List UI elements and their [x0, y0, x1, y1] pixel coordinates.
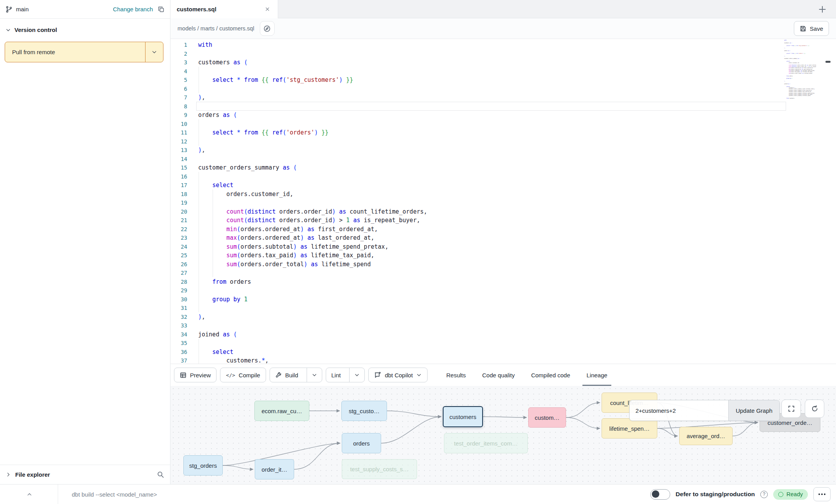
- code-line[interactable]: 32),: [170, 313, 836, 322]
- code-line[interactable]: 12: [170, 137, 836, 146]
- editor-minimap[interactable]: withcustomers as ( select * from {{ ref(…: [784, 40, 816, 99]
- line-number: 14: [170, 155, 187, 164]
- lineage-node-custom_pink[interactable]: custom…: [528, 407, 566, 428]
- code-line[interactable]: 25 sum(orders.tax_paid) as lifetime_tax_…: [170, 251, 836, 260]
- tab-customers-sql[interactable]: customers.sql: [170, 0, 278, 18]
- update-graph-button[interactable]: Update Graph: [728, 400, 779, 421]
- code-line[interactable]: 21 count(distinct orders.order_id) > 1 a…: [170, 216, 836, 225]
- line-number: 15: [170, 163, 187, 172]
- panel-tab-compiled-code[interactable]: Compiled code: [527, 364, 574, 386]
- code-lines[interactable]: 1with23customers as (45 select * from {{…: [170, 41, 836, 364]
- lineage-node-test_supply[interactable]: test_supply_costs_s…: [342, 459, 417, 479]
- code-line[interactable]: 16: [170, 172, 836, 181]
- panel-tab-lineage[interactable]: Lineage: [582, 364, 611, 386]
- pull-from-remote-button[interactable]: Pull from remote: [5, 42, 163, 62]
- lineage-node-lifetime_spen[interactable]: lifetime_spen…: [602, 418, 657, 439]
- code-line[interactable]: 26 sum(orders.order_total) as lifetime_s…: [170, 260, 836, 269]
- code-line[interactable]: 30 group by 1: [170, 295, 836, 304]
- dbt-copilot-button[interactable]: dbt Copilot: [368, 368, 428, 382]
- code-line[interactable]: 29: [170, 286, 836, 295]
- lint-options-caret[interactable]: [349, 368, 364, 382]
- command-input[interactable]: dbt build --select <model_name>: [72, 491, 157, 498]
- line-number: 23: [170, 233, 187, 242]
- code-line[interactable]: 23 max(orders.ordered_at) as last_ordere…: [170, 233, 836, 242]
- lineage-node-stg_orders[interactable]: stg_orders: [183, 455, 223, 476]
- lint-split-button: Lint: [326, 368, 365, 382]
- code-line[interactable]: 14: [170, 155, 836, 164]
- line-number: 21: [170, 216, 187, 225]
- version-control-title: Version control: [14, 27, 57, 33]
- line-number: 33: [170, 321, 187, 330]
- code-line[interactable]: 34joined as (: [170, 330, 836, 339]
- chevron-up-icon[interactable]: [23, 488, 35, 500]
- build-options-caret[interactable]: [307, 368, 322, 382]
- code-line[interactable]: 28 from orders: [170, 278, 836, 286]
- refresh-button[interactable]: [805, 400, 824, 418]
- save-button[interactable]: Save: [794, 21, 829, 36]
- code-line[interactable]: 9orders as (: [170, 111, 836, 120]
- code-line[interactable]: 10: [170, 120, 836, 129]
- code-line[interactable]: 8: [170, 102, 836, 111]
- code-line[interactable]: 17 select: [170, 181, 836, 190]
- lineage-search-input[interactable]: 2+customers+2: [630, 400, 728, 421]
- code-line[interactable]: 27: [170, 269, 836, 278]
- code-editor[interactable]: 1with23customers as (45 select * from {{…: [170, 39, 836, 364]
- code-line[interactable]: 3customers as (: [170, 58, 836, 67]
- panel-tabs: ResultsCode qualityCompiled codeLineage: [442, 364, 620, 386]
- pull-from-remote-label: Pull from remote: [5, 42, 145, 62]
- version-control-header[interactable]: Version control: [0, 19, 170, 33]
- copy-icon[interactable]: [158, 6, 165, 13]
- code-line[interactable]: 24 sum(orders.subtotal) as lifetime_spen…: [170, 242, 836, 251]
- code-line[interactable]: 5 select * from {{ ref('stg_customers') …: [170, 76, 836, 85]
- pull-options-caret[interactable]: [145, 42, 163, 62]
- code-line[interactable]: 6: [170, 85, 836, 94]
- lineage-node-ecom[interactable]: ecom.raw_cu…: [254, 401, 309, 421]
- scrollbar-cursor-marker[interactable]: [825, 61, 831, 63]
- line-number: 37: [170, 356, 187, 364]
- search-icon[interactable]: [157, 471, 164, 478]
- defer-toggle[interactable]: [650, 489, 670, 500]
- code-line[interactable]: 4: [170, 67, 836, 76]
- help-icon[interactable]: ?: [760, 491, 768, 498]
- line-number: 2: [170, 50, 187, 58]
- lineage-node-orders[interactable]: orders: [342, 433, 381, 453]
- compile-button[interactable]: </> Compile: [220, 368, 266, 382]
- file-explorer-label: File explorer: [15, 471, 153, 478]
- panel-tab-results[interactable]: Results: [442, 364, 470, 386]
- new-tab-plus-icon[interactable]: [817, 4, 827, 14]
- lint-button[interactable]: Lint: [326, 368, 346, 382]
- line-number: 32: [170, 313, 187, 322]
- code-line[interactable]: 11 select * from {{ ref('orders') }}: [170, 128, 836, 137]
- build-button[interactable]: Build: [270, 368, 303, 382]
- lineage-panel[interactable]: ecom.raw_cu…stg_custo…customerscustom…or…: [170, 386, 836, 484]
- code-line[interactable]: 13),: [170, 146, 836, 155]
- code-line[interactable]: 22 min(orders.ordered_at) as first_order…: [170, 225, 836, 234]
- code-line[interactable]: 36 select: [170, 348, 836, 357]
- code-line[interactable]: 18 orders.customer_id,: [170, 190, 836, 199]
- lineage-node-stg_custo[interactable]: stg_custo…: [341, 401, 387, 421]
- code-line[interactable]: 37 customers.*,: [170, 356, 836, 364]
- file-explorer-row[interactable]: File explorer: [0, 465, 170, 484]
- code-line[interactable]: 7),: [170, 93, 836, 102]
- lineage-node-test_order_items[interactable]: test_order_items_com…: [444, 433, 528, 453]
- code-line[interactable]: 2: [170, 50, 836, 58]
- lineage-node-customers[interactable]: customers: [443, 406, 483, 427]
- code-line[interactable]: 20 count(distinct orders.order_id) as co…: [170, 207, 836, 216]
- compass-icon[interactable]: [260, 21, 275, 36]
- change-branch-link[interactable]: Change branch: [113, 6, 153, 12]
- copilot-chat-icon: [374, 371, 381, 378]
- lineage-node-average_ord[interactable]: average_ord…: [679, 427, 733, 445]
- fullscreen-button[interactable]: [781, 400, 801, 418]
- code-line[interactable]: 15customer_orders_summary as (: [170, 163, 836, 172]
- panel-tab-code-quality[interactable]: Code quality: [478, 364, 518, 386]
- code-line[interactable]: 1with: [170, 41, 836, 50]
- lineage-node-order_it[interactable]: order_it…: [255, 459, 294, 479]
- preview-button[interactable]: Preview: [174, 368, 217, 382]
- code-line[interactable]: 33: [170, 321, 836, 330]
- code-line[interactable]: 35: [170, 339, 836, 348]
- code-line[interactable]: 19: [170, 198, 836, 207]
- more-options-button[interactable]: [813, 487, 831, 501]
- close-icon[interactable]: [263, 5, 272, 14]
- code-line[interactable]: 31: [170, 304, 836, 313]
- line-number: 28: [170, 278, 187, 286]
